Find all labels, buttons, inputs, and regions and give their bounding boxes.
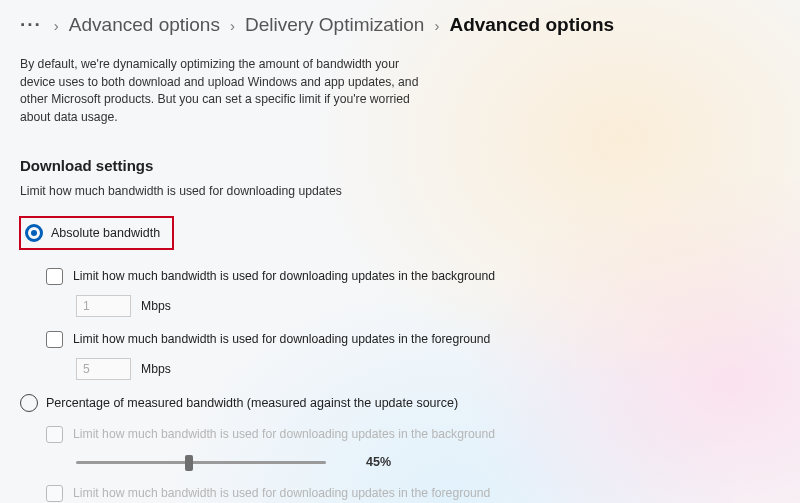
slider-bg-percentage-value: 45% [366,455,391,469]
page-description: By default, we're dynamically optimizing… [20,56,420,127]
radio-percentage-bandwidth-label: Percentage of measured bandwidth (measur… [46,396,458,410]
checkbox-limit-bg-percentage-label: Limit how much bandwidth is used for dow… [73,427,495,441]
slider-thumb-icon [185,455,193,471]
input-fg-absolute[interactable]: 5 [76,358,131,380]
breadcrumb-advanced-options-2: Advanced options [449,14,614,36]
checkbox-limit-fg-absolute-label: Limit how much bandwidth is used for dow… [73,332,490,346]
download-settings-subheading: Limit how much bandwidth is used for dow… [20,184,780,198]
breadcrumb-advanced-options-1[interactable]: Advanced options [69,14,220,36]
checkbox-icon [46,426,63,443]
checkbox-limit-bg-percentage[interactable]: Limit how much bandwidth is used for dow… [46,426,780,443]
checkbox-icon [46,331,63,348]
download-settings-heading: Download settings [20,157,780,174]
checkbox-limit-fg-absolute[interactable]: Limit how much bandwidth is used for dow… [46,331,780,348]
checkbox-limit-fg-percentage[interactable]: Limit how much bandwidth is used for dow… [46,485,780,502]
input-bg-absolute-unit: Mbps [141,299,171,313]
radio-absolute-bandwidth[interactable]: Absolute bandwidth [19,216,174,250]
radio-icon [20,394,38,412]
checkbox-limit-bg-absolute-label: Limit how much bandwidth is used for dow… [73,269,495,283]
breadcrumb-overflow-icon[interactable]: ··· [20,14,42,36]
slider-bg-percentage[interactable] [76,453,326,471]
checkbox-limit-fg-percentage-label: Limit how much bandwidth is used for dow… [73,486,490,500]
input-bg-absolute-row: 1 Mbps [76,295,780,317]
radio-absolute-bandwidth-label: Absolute bandwidth [51,226,160,240]
input-fg-absolute-row: 5 Mbps [76,358,780,380]
checkbox-icon [46,485,63,502]
slider-track-icon [76,461,326,464]
breadcrumb: ··· › Advanced options › Delivery Optimi… [20,14,780,36]
chevron-right-icon: › [230,17,235,34]
checkbox-icon [46,268,63,285]
input-bg-absolute[interactable]: 1 [76,295,131,317]
slider-bg-percentage-row: 45% [76,453,780,471]
radio-icon [25,224,43,242]
checkbox-limit-bg-absolute[interactable]: Limit how much bandwidth is used for dow… [46,268,780,285]
chevron-right-icon: › [434,17,439,34]
radio-percentage-bandwidth[interactable]: Percentage of measured bandwidth (measur… [20,394,780,412]
input-fg-absolute-unit: Mbps [141,362,171,376]
breadcrumb-delivery-optimization[interactable]: Delivery Optimization [245,14,425,36]
chevron-right-icon: › [54,17,59,34]
